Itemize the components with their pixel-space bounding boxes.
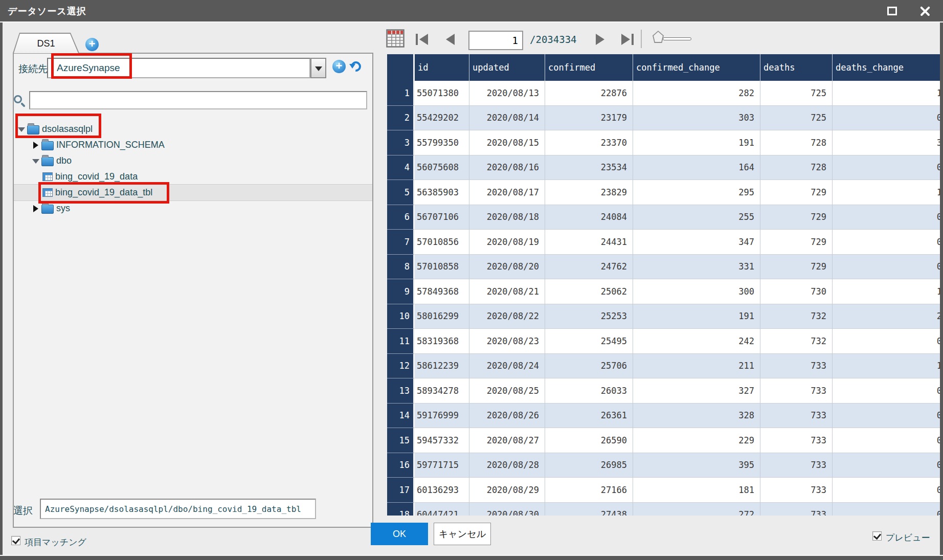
search-input[interactable] (29, 91, 367, 109)
tree-item-bing_covid_19_data_tbl[interactable]: bing_covid_19_data_tbl (14, 185, 372, 200)
data-cell: 0 (833, 329, 940, 354)
tree-expand-arrow-icon[interactable] (31, 141, 41, 149)
table-row[interactable]: 8570108582020/08/20247623317290 (387, 255, 940, 280)
table-row[interactable]: 16597717152020/08/28269853957330 (387, 453, 940, 478)
data-cell: 211 (633, 354, 760, 379)
table-row[interactable]: 10580162992020/08/22252531917322 (387, 304, 940, 329)
table-row[interactable]: 18604474212020/08/30274382727330 (387, 503, 940, 516)
next-page-button[interactable] (596, 34, 604, 45)
preview-checkbox[interactable] (872, 531, 882, 541)
first-page-button[interactable] (416, 34, 428, 45)
tree-collapse-arrow-icon[interactable] (17, 125, 27, 133)
data-cell: 56385903 (415, 180, 469, 205)
table-row[interactable]: 12586122392020/08/24257062117331 (387, 354, 940, 379)
data-cell: 728 (760, 155, 833, 181)
table-row[interactable]: 13589342782020/08/25260333277330 (387, 378, 940, 404)
tree-item-label: bing_covid_19_data_tbl (55, 187, 152, 198)
tab-ds1-label: DS1 (14, 34, 78, 53)
data-cell: 57010856 (415, 230, 469, 255)
data-cell: 733 (760, 404, 833, 429)
maximize-button[interactable] (885, 4, 900, 18)
data-cell: 1 (833, 180, 940, 205)
tree-collapse-arrow-icon[interactable] (31, 157, 41, 165)
dialog-title: データソース選択 (8, 5, 86, 17)
connection-combobox[interactable]: AzureSynapse (47, 58, 310, 78)
tree-item-dsolasasqlpl[interactable]: dsolasasqlpl (14, 121, 372, 137)
table-row[interactable]: 2554292022020/08/14231793037250 (387, 106, 940, 131)
previous-page-button[interactable] (446, 34, 455, 45)
tab-ds1[interactable]: DS1 (13, 33, 79, 53)
data-cell: 55799350 (415, 130, 469, 155)
data-cell: 56075608 (415, 155, 469, 181)
data-cell: 0 (833, 404, 940, 429)
data-cell: 25495 (545, 329, 633, 354)
data-cell: 725 (760, 81, 833, 106)
data-cell: 0 (833, 453, 940, 478)
data-cell: 2020/08/21 (469, 279, 545, 304)
table-row[interactable]: 17601362932020/08/29271661817330 (387, 478, 940, 503)
column-header-deaths_change: deaths_change (833, 54, 940, 81)
table-row[interactable]: 3557993502020/08/15233701917283 (387, 130, 940, 155)
column-header-confirmed: confirmed (545, 54, 633, 81)
table-row[interactable]: 5563859032020/08/17238292957291 (387, 180, 940, 205)
row-number-cell: 12 (387, 354, 415, 379)
data-cell: 729 (760, 180, 833, 205)
table-row[interactable]: 7570108562020/08/19244313477290 (387, 230, 940, 255)
data-cell: 2020/08/22 (469, 304, 545, 329)
page-number-input[interactable] (468, 31, 523, 50)
data-cell: 2020/08/28 (469, 453, 545, 478)
row-number-cell: 18 (387, 503, 415, 516)
data-cell: 733 (760, 503, 833, 516)
data-cell: 242 (633, 329, 760, 354)
row-number-cell: 8 (387, 255, 415, 280)
add-tab-button[interactable] (85, 38, 99, 51)
toolbar-separator (641, 30, 642, 48)
search-icon (14, 95, 22, 103)
last-page-button[interactable] (621, 34, 634, 45)
table-row[interactable]: 11583193682020/08/23254952427320 (387, 329, 940, 354)
close-button[interactable] (917, 4, 933, 18)
tree-item-sys[interactable]: sys (14, 200, 372, 216)
connection-value: AzureSynapse (57, 62, 120, 74)
table-row[interactable]: 1550713802020/08/13228762827251 (387, 81, 940, 106)
row-number-cell: 10 (387, 304, 415, 329)
tree-item-dbo[interactable]: dbo (14, 153, 372, 169)
data-cell: 2020/08/14 (469, 106, 545, 131)
data-cell: 191 (633, 130, 760, 155)
table-row[interactable]: 6567071062020/08/18240842557290 (387, 205, 940, 230)
data-cell: 181 (633, 478, 760, 503)
data-cell: 25062 (545, 279, 633, 304)
data-grid: idupdatedconfirmedconfirmed_changedeaths… (387, 54, 940, 516)
data-cell: 2020/08/27 (469, 428, 545, 453)
row-number-cell: 4 (387, 155, 415, 181)
item-matching-checkbox[interactable] (11, 536, 20, 545)
zoom-slider-thumb[interactable] (653, 31, 664, 43)
folder-icon (41, 157, 54, 166)
table-icon (42, 188, 53, 197)
tree-item-label: bing_covid_19_data (55, 171, 138, 182)
table-row[interactable]: 15594573322020/08/27265902297330 (387, 428, 940, 453)
grid-view-button[interactable] (386, 29, 405, 48)
column-header-confirmed_change: confirmed_change (633, 54, 760, 81)
last-page-icon (621, 34, 630, 45)
cancel-button[interactable]: キャンセル (434, 523, 491, 545)
tree-item-bing_covid_19_data[interactable]: bing_covid_19_data (14, 169, 372, 185)
tree-item-INFORMATION_SCHEMA[interactable]: INFORMATION_SCHEMA (14, 137, 372, 153)
row-number-cell: 16 (387, 453, 415, 478)
table-row[interactable]: 14591769992020/08/26263613287330 (387, 404, 940, 429)
ok-button[interactable]: OK (371, 523, 428, 545)
title-bar: データソース選択 (0, 0, 943, 23)
data-cell: 2020/08/17 (469, 180, 545, 205)
data-cell: 733 (760, 478, 833, 503)
data-cell: 303 (633, 106, 760, 131)
data-cell: 55071380 (415, 81, 469, 106)
row-number-cell: 14 (387, 404, 415, 429)
connection-dropdown-arrow-icon[interactable] (310, 58, 326, 78)
table-row[interactable]: 9578493682020/08/21250623007301 (387, 279, 940, 304)
item-matching-label: 項目マッチング (25, 536, 86, 548)
add-connection-button[interactable] (332, 60, 346, 73)
data-cell: 59176999 (415, 404, 469, 429)
selection-path-input[interactable] (40, 499, 316, 519)
tree-expand-arrow-icon[interactable] (31, 205, 41, 213)
table-row[interactable]: 4560756082020/08/16235341647280 (387, 155, 940, 181)
